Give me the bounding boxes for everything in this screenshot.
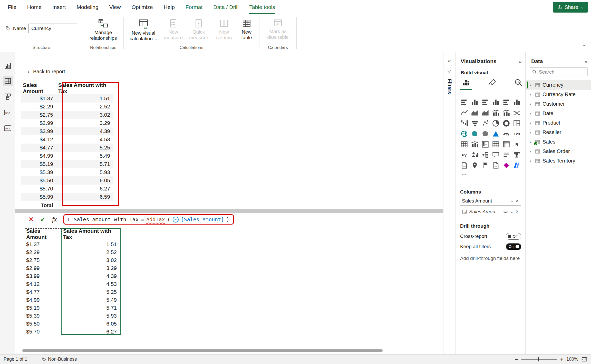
editor-table-amount-cell[interactable]: $5.50 [24,320,61,328]
new-table-button[interactable]: New table [238,18,255,42]
dax-query-view-button[interactable]: DAX [3,107,13,118]
formula-input[interactable]: 1 Sales Amount with Tax = AddTax ( [Sale… [63,214,234,225]
more-visuals-icon[interactable]: … [461,169,467,176]
preview-col-header-sales-amount[interactable]: Sales Amount [21,82,56,94]
editor-table-tax-cell[interactable]: 1.51 [61,240,120,248]
power-automate-icon[interactable] [512,160,522,170]
preview-table-tax-cell[interactable]: 2.52 [56,103,113,111]
menu-view[interactable]: View [109,0,121,14]
chevron-right-icon[interactable]: › [530,140,533,144]
funnel-chart-icon[interactable] [470,118,480,128]
treemap-icon[interactable] [512,118,522,128]
workbook-icon[interactable] [491,160,501,170]
preview-table-amount-cell[interactable]: $2.75 [21,111,56,119]
zoom-out-button[interactable]: − [515,356,518,362]
preview-table-tax-cell[interactable]: 4.39 [56,127,113,135]
editor-table-amount-cell[interactable]: $5.39 [24,312,61,320]
menu-format[interactable]: Format [186,0,203,14]
matrix-icon[interactable] [501,139,511,149]
zoom-in-button[interactable]: + [560,356,563,362]
preview-table-amount-cell[interactable]: $4.77 [21,144,56,152]
zoom-slider[interactable] [521,359,557,360]
field-chevron-down-icon[interactable]: ⌄ [510,198,513,203]
zoom-percent[interactable]: 100% [566,357,578,362]
editor-table-amount-cell[interactable]: $2.99 [24,264,61,272]
horizontal-scrollbar-thumb[interactable] [22,349,383,352]
paginated-report-icon[interactable] [459,160,469,170]
table-icon[interactable] [491,139,501,149]
decomposition-tree-icon[interactable] [480,150,490,160]
collapse-data-pane-icon[interactable]: » [584,58,587,64]
data-table-currency[interactable]: ›Currency [526,80,591,90]
line-and-clustered-column-chart-icon[interactable] [501,108,511,118]
editor-table-tax-cell[interactable]: 2.52 [61,248,120,256]
model-view-button[interactable] [3,92,13,102]
report-view-button[interactable] [3,61,13,71]
menu-data-drill[interactable]: Data / Drill [213,0,238,14]
pie-chart-icon[interactable] [491,118,501,128]
chevron-right-icon[interactable]: › [530,83,533,87]
editor-table-amount-cell[interactable]: $4.77 [24,288,61,296]
card-icon[interactable]: 123 [512,129,522,139]
editor-table-amount-cell[interactable]: $4.99 [24,296,61,304]
tab-format-visual[interactable] [486,77,498,90]
preview-table-tax-cell[interactable]: 5.93 [56,168,113,176]
smart-narrative-icon[interactable] [501,150,511,160]
editor-table-amount-cell[interactable]: $2.75 [24,256,61,264]
field-remove-icon[interactable]: ✕ [516,198,519,203]
editor-table-tax-cell[interactable]: 3.29 [61,264,120,272]
preview-table-amount-cell[interactable]: $5.50 [21,176,56,185]
preview-table-tax-cell[interactable]: 3.02 [56,111,113,119]
arcgis-map-icon[interactable] [470,160,480,170]
preview-table-amount-cell[interactable]: $2.29 [21,103,56,111]
preview-table-tax-cell[interactable]: 5.25 [56,144,113,152]
100-stacked-bar-chart-icon[interactable] [501,97,511,107]
editor-table-tax-cell[interactable]: 6.27 [61,328,120,335]
preview-table-amount-cell[interactable]: $2.99 [21,119,56,127]
azure-map-icon[interactable] [491,129,501,139]
editor-table-amount-cell[interactable]: $4.12 [24,280,61,288]
menu-file[interactable]: File [8,0,16,14]
chevron-right-icon[interactable]: › [530,111,533,116]
visibility-eye-icon[interactable] [503,209,508,214]
editor-table-tax-cell[interactable]: 4.39 [61,272,120,280]
cross-report-toggle[interactable]: Off [506,233,521,240]
chevron-right-icon[interactable]: › [530,130,533,135]
data-table-currency-rate[interactable]: ›Currency Rate [526,90,591,99]
preview-table-tax-cell[interactable]: 6.27 [56,185,113,193]
stacked-bar-chart-icon[interactable] [459,97,469,107]
preview-table-tax-cell[interactable]: 5.49 [56,152,113,160]
cancel-formula-button[interactable]: ✕ [28,216,34,223]
editor-table-tax-cell[interactable]: 5.49 [61,296,120,304]
name-input[interactable] [28,24,77,33]
data-table-sales-order[interactable]: ›Sales Order [526,147,591,156]
waterfall-chart-icon[interactable] [459,118,469,128]
area-chart-icon[interactable] [470,108,480,118]
line-chart-icon[interactable] [459,108,469,118]
tab-analytics[interactable] [512,77,524,90]
editor-table-tax-cell[interactable]: 5.25 [61,288,120,296]
stacked-area-chart-icon[interactable] [480,108,490,118]
menu-table-tools[interactable]: Table tools [249,0,275,14]
key-influencers-icon[interactable] [470,150,480,160]
field-remove-icon[interactable]: ✕ [516,209,519,214]
menu-help[interactable]: Help [164,0,175,14]
new-visual-calculation-button[interactable]: fx New visual calculation ⌄ [128,18,159,42]
editor-table-tax-cell[interactable]: 3.02 [61,256,120,264]
collapse-ribbon-button[interactable]: ⌃ [582,44,586,50]
editor-col-header-sales-amount[interactable]: Sales Amount [24,228,61,240]
data-table-reseller[interactable]: ›Reseller [526,128,591,137]
preview-table-tax-cell[interactable]: 4.53 [56,135,113,144]
chevron-right-icon[interactable]: › [530,92,533,97]
search-input[interactable] [539,69,585,75]
table-view-button[interactable] [3,76,13,86]
shape-map-icon[interactable] [480,129,490,139]
intellisense-chevron-icon[interactable] [173,217,179,223]
clustered-column-chart-icon[interactable] [491,97,501,107]
zoom-slider-thumb[interactable] [538,357,539,361]
manage-relationships-button[interactable]: Manage relationships [87,17,119,42]
menu-home[interactable]: Home [27,0,42,14]
scatter-chart-icon[interactable] [480,118,490,128]
line-and-stacked-column-chart-icon[interactable] [491,108,501,118]
sensitivity-label-group[interactable]: Non-Business [42,357,77,362]
